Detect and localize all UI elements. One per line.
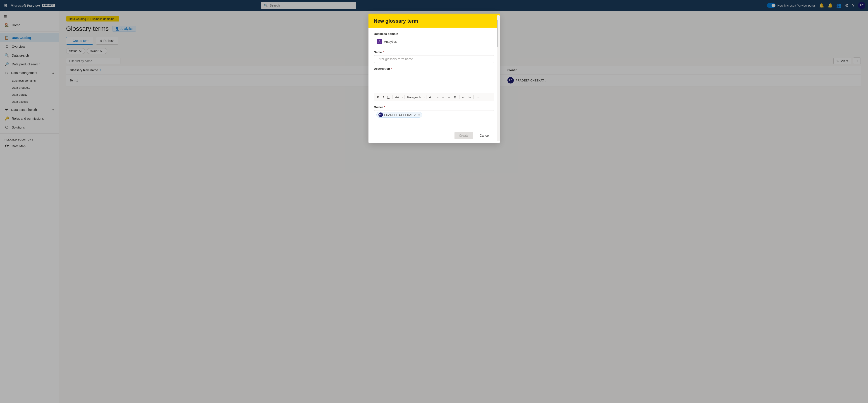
domain-badge: A (377, 39, 382, 44)
description-toolbar: B I U AA ∨ Paragraph ∨ A̶ ≡ ≡ (374, 93, 494, 101)
description-container: B I U AA ∨ Paragraph ∨ A̶ ≡ ≡ (374, 72, 494, 101)
font-size-chevron: ∨ (401, 96, 403, 98)
redo-button[interactable]: ↪ (467, 95, 472, 100)
owner-required: * (384, 105, 385, 109)
paragraph-button[interactable]: Paragraph (406, 95, 422, 100)
clear-format-button[interactable]: A̶ (428, 95, 433, 100)
more-options-button[interactable]: ••• (475, 95, 481, 100)
align-center-button[interactable]: ≡ (441, 95, 445, 100)
business-domain-field: A Analytics (374, 37, 494, 46)
modal-header: New glossary term (369, 13, 500, 28)
owner-tag-avatar: PC (378, 113, 383, 117)
modal-overlay: New glossary term Business domain A Anal… (0, 0, 868, 403)
toolbar-divider-6 (473, 95, 474, 99)
modal-scrollbar[interactable] (497, 13, 500, 143)
name-required: * (383, 51, 384, 54)
business-domain-label: Business domain (374, 32, 494, 35)
owner-tag-remove-button[interactable]: × (418, 113, 420, 117)
scrollbar-track (497, 16, 500, 141)
paragraph-chevron: ∨ (423, 96, 425, 98)
toolbar-divider-1 (392, 95, 393, 99)
name-group: Name * (374, 51, 494, 63)
underline-button[interactable]: U (386, 95, 391, 100)
owner-group: Owner * PC PRADEEP CHEEKATLA × (374, 105, 494, 119)
bold-button[interactable]: B (376, 95, 381, 100)
font-size-button[interactable]: AA (394, 95, 400, 100)
business-domain-group: Business domain A Analytics (374, 32, 494, 46)
cancel-button[interactable]: Cancel (475, 132, 494, 140)
domain-value: Analytics (384, 40, 397, 43)
owner-tag: PC PRADEEP CHEEKATLA × (376, 112, 422, 118)
name-label: Name * (374, 51, 494, 54)
undo-button[interactable]: ↩ (461, 95, 466, 100)
scrollbar-thumb (497, 20, 498, 47)
owner-tag-name: PRADEEP CHEEKATLA (384, 113, 416, 117)
owner-label: Owner * (374, 105, 494, 109)
description-group: Description * B I U AA ∨ Paragraph ∨ (374, 67, 494, 101)
modal-title: New glossary term (374, 18, 494, 24)
toolbar-divider-5 (459, 95, 460, 99)
bullet-list-button[interactable]: ≔ (446, 95, 452, 100)
align-left-button[interactable]: ≡ (435, 95, 440, 100)
name-input[interactable] (374, 55, 494, 63)
italic-button[interactable]: I (381, 95, 385, 100)
create-submit-button[interactable]: Create (455, 132, 473, 139)
description-textarea[interactable] (374, 72, 494, 92)
description-required: * (391, 67, 392, 70)
modal-body: Business domain A Analytics Name * Descr… (369, 28, 500, 128)
modal-footer: Create Cancel (369, 128, 500, 143)
owner-field[interactable]: PC PRADEEP CHEEKATLA × (374, 110, 494, 119)
description-label: Description * (374, 67, 494, 70)
numbered-list-button[interactable]: ⊟ (453, 95, 458, 100)
new-glossary-term-modal: New glossary term Business domain A Anal… (369, 13, 500, 143)
